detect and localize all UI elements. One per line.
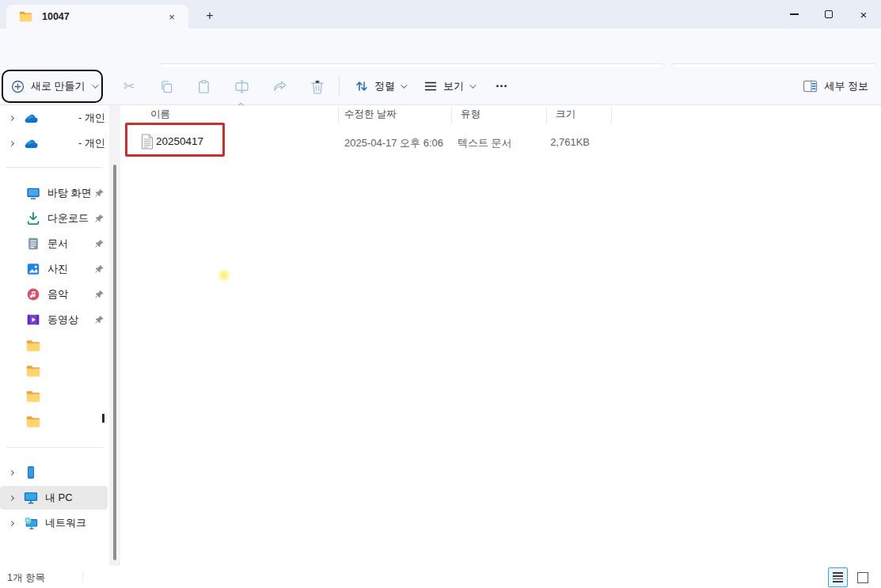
navigation-pane: - 개인 - 개인 바탕 화면 bbox=[0, 105, 108, 566]
phone-icon bbox=[24, 465, 38, 480]
sidebar-scrollbar[interactable] bbox=[109, 105, 120, 569]
chevron-down-icon bbox=[469, 82, 476, 88]
pin-icon bbox=[94, 188, 104, 199]
chevron-down-icon bbox=[401, 82, 407, 88]
onedrive-icon bbox=[24, 136, 38, 150]
maximize-button[interactable] bbox=[811, 0, 846, 28]
file-modified-date: 2025-04-17 오후 6:06 bbox=[344, 136, 443, 150]
file-type: 텍스트 문서 bbox=[458, 136, 512, 150]
details-view-button[interactable] bbox=[828, 567, 848, 587]
annotation-yellow-dot bbox=[218, 269, 230, 282]
copy-icon bbox=[159, 79, 174, 94]
explorer-body: - 개인 - 개인 바탕 화면 bbox=[0, 105, 881, 566]
tab-close-icon[interactable]: × bbox=[163, 8, 180, 25]
plus-circle-icon bbox=[11, 80, 25, 93]
rename-icon bbox=[234, 79, 249, 94]
sidebar-item-onedrive-1[interactable]: - 개인 bbox=[0, 106, 108, 130]
file-list: 이름 수정한 날짜 유형 크기 20250417 2025-04-17 오후 6… bbox=[123, 105, 881, 566]
delete-button[interactable] bbox=[309, 78, 326, 95]
sidebar-item-onedrive-2[interactable]: - 개인 bbox=[0, 131, 108, 155]
sidebar-item-desktop[interactable]: 바탕 화면 bbox=[0, 181, 108, 205]
desktop-icon bbox=[26, 186, 40, 200]
sidebar-item-folder-2[interactable] bbox=[0, 359, 108, 383]
chevron-right-icon bbox=[9, 495, 14, 500]
downloads-icon bbox=[26, 211, 40, 226]
new-button[interactable]: 새로 만들기 bbox=[11, 75, 97, 97]
paste-button[interactable] bbox=[195, 78, 212, 95]
icons-view-button[interactable] bbox=[855, 570, 871, 586]
sidebar-item-my-pc[interactable]: 내 PC bbox=[0, 486, 108, 510]
chevron-down-icon bbox=[92, 82, 98, 88]
paste-icon bbox=[196, 79, 211, 94]
scrollbar-thumb[interactable] bbox=[113, 165, 116, 560]
folder-icon bbox=[19, 11, 32, 22]
label-fragment bbox=[102, 414, 104, 423]
sidebar-item-pictures[interactable]: 사진 bbox=[0, 257, 108, 281]
file-explorer-window: 10047 × + × ← → ↑ › … AppData › Local bbox=[0, 0, 881, 588]
new-tab-button[interactable]: + bbox=[199, 6, 220, 25]
sidebar-item-label: 문서 bbox=[47, 237, 68, 251]
toolbar-divider bbox=[339, 76, 340, 96]
column-divider[interactable] bbox=[546, 107, 547, 123]
column-divider[interactable] bbox=[338, 107, 339, 123]
close-button[interactable]: × bbox=[846, 0, 881, 28]
copy-button[interactable] bbox=[158, 78, 175, 95]
trash-icon bbox=[310, 79, 325, 94]
maximize-icon bbox=[825, 10, 833, 18]
tab-title: 10047 bbox=[42, 11, 163, 22]
view-button[interactable]: 보기 bbox=[423, 75, 474, 97]
sidebar-item-videos[interactable]: 동영상 bbox=[0, 308, 108, 332]
sidebar-item-downloads[interactable]: 다운로드 bbox=[0, 207, 108, 230]
folder-icon bbox=[26, 415, 40, 429]
sidebar-item-network[interactable]: 네트워크 bbox=[0, 511, 108, 535]
sidebar-item-folder-3[interactable] bbox=[0, 385, 108, 408]
chevron-right-icon bbox=[9, 140, 14, 146]
pin-icon bbox=[94, 214, 104, 224]
pictures-icon bbox=[26, 262, 40, 276]
sidebar-divider bbox=[6, 167, 103, 168]
sidebar-item-documents[interactable]: 문서 bbox=[0, 232, 108, 256]
sort-button[interactable]: 정렬 bbox=[355, 75, 405, 97]
sidebar-item-music[interactable]: 음악 bbox=[0, 283, 108, 306]
sidebar-item-phone[interactable] bbox=[0, 461, 108, 484]
item-count: 1개 항목 bbox=[7, 571, 45, 585]
pc-icon bbox=[24, 491, 38, 505]
folder-icon bbox=[26, 364, 40, 378]
column-divider[interactable] bbox=[611, 107, 612, 123]
file-name[interactable]: 20250417 bbox=[156, 135, 203, 147]
sidebar-item-folder-4[interactable] bbox=[0, 410, 108, 434]
column-header-name[interactable]: 이름 bbox=[150, 108, 170, 121]
column-header-type[interactable]: 유형 bbox=[461, 108, 480, 121]
sidebar-item-folder-1[interactable] bbox=[0, 334, 108, 358]
icons-view-icon bbox=[857, 572, 868, 583]
sidebar-item-label: 동영상 bbox=[47, 313, 78, 327]
minimize-button[interactable] bbox=[777, 0, 811, 28]
tab-10047[interactable]: 10047 × bbox=[6, 5, 188, 28]
chevron-right-icon bbox=[9, 115, 14, 120]
status-divider bbox=[82, 571, 83, 582]
videos-icon bbox=[26, 313, 40, 327]
file-row-20250417[interactable]: 20250417 2025-04-17 오후 6:06 텍스트 문서 2,761… bbox=[123, 128, 881, 155]
new-button-label: 새로 만들기 bbox=[31, 79, 85, 93]
details-pane-button[interactable]: 세부 정보 bbox=[798, 75, 873, 97]
pin-icon bbox=[94, 315, 104, 325]
column-header-size[interactable]: 크기 bbox=[556, 108, 575, 121]
sort-icon bbox=[355, 79, 369, 93]
column-header-modified[interactable]: 수정한 날짜 bbox=[344, 108, 397, 121]
cut-button[interactable]: ✂ bbox=[120, 78, 138, 95]
sidebar-item-label: - 개인 bbox=[78, 136, 105, 150]
sidebar-item-label: 사진 bbox=[47, 262, 68, 276]
music-icon bbox=[26, 287, 40, 302]
scissors-icon: ✂ bbox=[123, 78, 135, 95]
column-divider[interactable] bbox=[451, 107, 452, 123]
documents-icon bbox=[26, 237, 40, 251]
rename-button[interactable] bbox=[233, 78, 250, 95]
pin-icon bbox=[94, 239, 104, 249]
see-more-button[interactable]: … bbox=[491, 75, 513, 97]
sidebar-item-label: 내 PC bbox=[45, 491, 73, 505]
share-button[interactable] bbox=[271, 78, 288, 95]
sidebar-item-label: 바탕 화면 bbox=[47, 186, 92, 200]
pin-icon bbox=[94, 264, 104, 275]
details-pane-label: 세부 정보 bbox=[824, 79, 868, 93]
share-icon bbox=[272, 79, 287, 94]
